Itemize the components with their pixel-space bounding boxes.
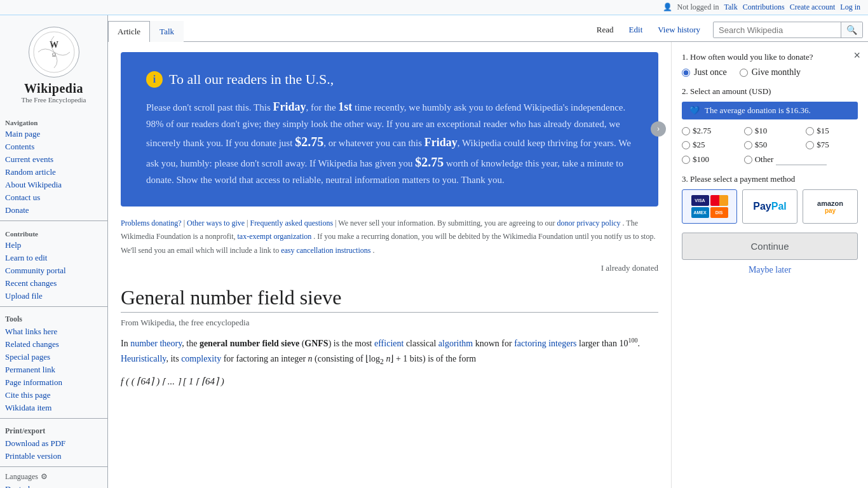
banner-arrow[interactable]: ›	[651, 121, 666, 137]
banner-footer: Problems donating? | Other ways to give …	[121, 217, 658, 258]
other-ways-link[interactable]: Other ways to give	[187, 219, 245, 227]
amount-other-radio-label[interactable]: Other	[744, 154, 774, 165]
tab-edit[interactable]: Edit	[621, 21, 651, 39]
info-icon: i	[146, 71, 163, 88]
wikipedia-logo: W Ω	[29, 27, 79, 78]
sidebar-item-donate[interactable]: Donate	[0, 204, 107, 217]
sidebar-item-download-pdf[interactable]: Download as PDF	[0, 437, 107, 450]
tab-talk[interactable]: Talk	[150, 21, 184, 42]
give-monthly-radio[interactable]	[740, 69, 748, 77]
other-amount-input[interactable]	[776, 154, 827, 165]
sidebar-item-contact-us[interactable]: Contact us	[0, 191, 107, 204]
sidebar-item-page-information[interactable]: Page information	[0, 376, 107, 389]
search-box: 🔍	[713, 22, 863, 38]
step2-label: 2. Select an amount (USD)	[682, 86, 858, 97]
just-once-label: Just once	[694, 67, 727, 78]
amount-10[interactable]: $10	[744, 126, 796, 136]
create-account-link[interactable]: Create account	[790, 3, 836, 12]
just-once-radio[interactable]	[682, 69, 690, 77]
other-label: Other	[755, 154, 774, 165]
amount-75[interactable]: $75	[806, 140, 858, 150]
sidebar-item-what-links-here[interactable]: What links here	[0, 325, 107, 338]
contributions-link[interactable]: Contributions	[743, 3, 785, 12]
give-monthly-label: Give monthly	[752, 67, 801, 78]
banner-text-1: Please don't scroll past this. This Frid…	[146, 102, 631, 185]
heart-icon: 💙	[689, 105, 700, 116]
tax-exempt-link[interactable]: tax-exempt organization	[238, 232, 312, 241]
card-logos: VISA AMEX DIS	[691, 195, 728, 218]
sidebar-item-about-wikipedia[interactable]: About Wikipedia	[0, 179, 107, 191]
factoring-link[interactable]: factoring integers	[514, 339, 576, 348]
amount-100[interactable]: $100	[682, 154, 734, 165]
amazon-payment-button[interactable]: amazon pay	[803, 189, 858, 224]
tab-actions: Read Edit View history 🔍	[589, 21, 868, 41]
frequency-radio-group: Just once Give monthly	[682, 67, 858, 78]
cancellation-link[interactable]: easy cancellation instructions	[281, 246, 370, 255]
number-theory-link[interactable]: number theory	[130, 339, 182, 348]
give-monthly-option[interactable]: Give monthly	[740, 67, 801, 78]
step3-label: 3. Please select a payment method	[682, 174, 858, 184]
sidebar-item-learn-to-edit[interactable]: Learn to edit	[0, 252, 107, 264]
donation-step-3: 3. Please select a payment method VISA A…	[682, 174, 858, 224]
sidebar-item-wikidata-item[interactable]: Wikidata item	[0, 402, 107, 414]
talk-link[interactable]: Talk	[724, 3, 738, 12]
donation-step-1: 1. How often would you like to donate? J…	[682, 52, 858, 78]
main-content: i To all our readers in the U.S., Please…	[108, 42, 671, 488]
amount-2-75[interactable]: $2.75	[682, 126, 734, 136]
search-input[interactable]	[714, 23, 841, 37]
sidebar-item-random-article[interactable]: Random article	[0, 166, 107, 179]
tools-header: Tools	[0, 311, 107, 325]
wikipedia-name: Wikipedia	[24, 81, 83, 96]
log-in-link[interactable]: Log in	[840, 3, 860, 12]
amount-25[interactable]: $25	[682, 140, 734, 150]
sidebar-item-permanent-link[interactable]: Permanent link	[0, 363, 107, 376]
main-row: i To all our readers in the U.S., Please…	[108, 42, 868, 488]
sidebar-item-main-page[interactable]: Main page	[0, 128, 107, 140]
privacy-link[interactable]: donor privacy policy	[557, 219, 621, 227]
wikipedia-tagline: The Free Encyclopedia	[21, 96, 86, 104]
user-icon: 👤	[663, 3, 672, 12]
card-row-2: AMEX DIS	[691, 207, 728, 218]
paypal-logo: PayPal	[753, 201, 786, 212]
card-payment-button[interactable]: VISA AMEX DIS	[682, 189, 737, 224]
sidebar-item-deutsch[interactable]: Deutsch	[0, 483, 107, 488]
amount-15[interactable]: $15	[806, 126, 858, 136]
tab-view-history[interactable]: View history	[650, 21, 708, 39]
algorithm-link[interactable]: algorithm	[438, 339, 473, 348]
sidebar-item-related-changes[interactable]: Related changes	[0, 338, 107, 351]
sidebar-item-special-pages[interactable]: Special pages	[0, 351, 107, 363]
sidebar-item-upload-file[interactable]: Upload file	[0, 290, 107, 302]
sidebar-item-contents[interactable]: Contents	[0, 140, 107, 153]
sidebar-item-community-portal[interactable]: Community portal	[0, 264, 107, 277]
efficient-link[interactable]: efficient	[374, 339, 403, 348]
sidebar-item-help[interactable]: Help	[0, 239, 107, 252]
tab-article[interactable]: Article	[108, 21, 150, 42]
languages-section: Languages ⚙	[0, 471, 107, 483]
sidebar-item-cite-this-page[interactable]: Cite this page	[0, 389, 107, 402]
maybe-later-link[interactable]: Maybe later	[682, 265, 858, 275]
amazon-pay-logo: amazon pay	[817, 200, 843, 214]
panel-close-button[interactable]: ×	[853, 50, 860, 61]
continue-button[interactable]: Continue	[682, 233, 858, 260]
search-button[interactable]: 🔍	[841, 22, 862, 37]
sidebar-item-printable-version[interactable]: Printable version	[0, 450, 107, 463]
amount-50[interactable]: $50	[744, 140, 796, 150]
already-donated[interactable]: I already donated	[121, 263, 658, 273]
just-once-option[interactable]: Just once	[682, 67, 727, 78]
footer-text1: | We never sell your information. By sub…	[335, 219, 557, 227]
sidebar-item-current-events[interactable]: Current events	[0, 153, 107, 166]
tab-read[interactable]: Read	[589, 21, 621, 39]
problems-donating-link[interactable]: Problems donating?	[121, 219, 182, 227]
amount-other-radio[interactable]	[744, 156, 752, 164]
print-export-header: Print/export	[0, 423, 107, 437]
gear-icon[interactable]: ⚙	[41, 472, 48, 482]
amex-logo: AMEX	[691, 207, 709, 218]
faq-link[interactable]: Frequently asked questions	[250, 219, 333, 227]
top-bar: 👤 Not logged in Talk Contributions Creat…	[0, 0, 868, 15]
sidebar-item-recent-changes[interactable]: Recent changes	[0, 277, 107, 290]
complexity-link[interactable]: complexity	[181, 354, 221, 363]
paypal-payment-button[interactable]: PayPal	[742, 189, 797, 224]
amount-grid: $2.75 $10 $15 $25	[682, 126, 858, 165]
heuristically-link[interactable]: Heuristically	[121, 354, 166, 363]
sidebar: W Ω Wikipedia The Free Encyclopedia Navi…	[0, 15, 108, 488]
